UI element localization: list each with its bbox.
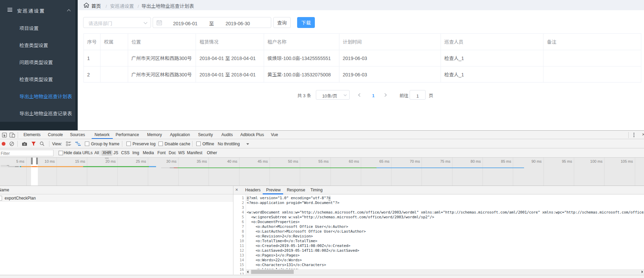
inspect-icon[interactable] (2, 133, 7, 137)
home-icon (84, 3, 89, 8)
filter-xhr[interactable]: XHR (101, 150, 112, 156)
next-page-icon[interactable] (384, 93, 387, 97)
requests-name-header[interactable]: Name (0, 186, 233, 194)
page-size-select[interactable]: 10条/页 (316, 90, 350, 100)
date-start-input[interactable]: 2019-06-01 (160, 20, 211, 27)
overview-icon[interactable] (75, 142, 81, 146)
tab-network[interactable]: Network (90, 131, 114, 139)
preserve-log-checkbox[interactable] (126, 142, 131, 146)
clear-icon[interactable] (10, 142, 14, 146)
devtools-panel: Elements Console Sources Network Perform… (0, 130, 644, 278)
table-row[interactable]: 2 广州市天河区林和西路300号 2018-04-01 至 2018-04-01… (84, 67, 641, 83)
hide-data-urls-checkbox[interactable] (59, 151, 63, 155)
devtools-menu-icon[interactable] (633, 133, 634, 137)
filter-manifest[interactable]: Manifest (187, 150, 202, 156)
tab-headers[interactable]: Headers (245, 188, 261, 192)
waterfall-segment (170, 167, 174, 169)
devtools-close-icon[interactable]: × (642, 131, 644, 137)
tab-audits[interactable]: Audits (217, 131, 237, 139)
page-number[interactable]: 1 (372, 92, 374, 99)
tab-vue[interactable]: Vue (268, 131, 281, 139)
plan-table: 序号 权属 位置 租赁情况 租户名称 计划时间 巡查人员 备注 1 广州市天河区… (83, 33, 641, 83)
prev-page-icon[interactable] (358, 93, 361, 97)
network-toolbar: View: Group by frame Preserve log Disabl… (0, 139, 644, 148)
screenshot-icon[interactable] (22, 142, 27, 146)
line-number: 5 (233, 215, 244, 220)
tab-preview[interactable]: Preview (266, 188, 281, 192)
breadcrumb-home[interactable]: 首页 (91, 2, 101, 9)
filter-input[interactable]: Filter (0, 150, 53, 156)
timeline-gridline (482, 158, 483, 186)
waterfall-segment (1, 165, 7, 166)
filter-ws[interactable]: WS (178, 150, 185, 156)
department-select[interactable]: 请选择部门 (83, 17, 151, 28)
timeline-gridline (331, 158, 331, 186)
offline-label: Offline (202, 142, 214, 146)
list-view-icon[interactable] (66, 142, 71, 146)
scroll-left-icon[interactable] (247, 270, 248, 273)
tab-performance[interactable]: Performance (113, 131, 141, 139)
group-by-frame-checkbox[interactable] (85, 142, 89, 146)
filter-all[interactable]: All (94, 150, 99, 156)
date-end-input[interactable]: 2019-06-30 (212, 20, 263, 27)
horizontal-scrollbar[interactable] (246, 269, 644, 275)
timeline-tick-label: 30 ms (151, 159, 177, 163)
sidebar-item-problem-type-settings[interactable]: 问题项类型设置 (19, 59, 75, 65)
date-range-picker[interactable]: 2019-06-01 至 2019-06-30 (153, 17, 271, 28)
scrollbar-thumb[interactable] (251, 270, 294, 274)
tab-label: Sources (70, 132, 85, 137)
sidebar-item-project-settings[interactable]: 项目设置 (19, 25, 75, 31)
tab-label: Vue (271, 132, 278, 137)
download-button[interactable]: 下载 (297, 17, 315, 28)
offline-checkbox[interactable] (196, 142, 201, 146)
filter-css[interactable]: CSS (121, 150, 130, 156)
tab-elements[interactable]: Elements (20, 131, 44, 139)
requests-name-label: Name (0, 188, 9, 192)
filter-other[interactable]: Other (207, 150, 217, 156)
tab-response[interactable]: Response (287, 188, 305, 192)
table-cell: 2018-04-01 至 2018-04-01 (196, 67, 264, 83)
line-number: 6 (233, 220, 244, 224)
disable-cache-checkbox[interactable] (158, 142, 163, 146)
network-overview[interactable]: 5 ms10 ms15 ms20 ms25 ms30 ms35 ms40 ms4… (0, 158, 644, 186)
screen: 安巡通设置 项目设置 检查类型设置 问题项类型设置 检查项类型设置 导出土地物业… (0, 0, 644, 278)
tab-console[interactable]: Console (44, 131, 67, 139)
sidebar-item-check-type-settings[interactable]: 检查类型设置 (19, 42, 75, 48)
sidebar-item-export-plan[interactable]: 导出土地物业巡查计划表 (19, 93, 75, 100)
selection-handle-right[interactable] (36, 158, 38, 164)
tab-security[interactable]: Security (194, 131, 217, 139)
tab-application[interactable]: Application (166, 131, 194, 139)
tab-timing[interactable]: Timing (310, 188, 323, 192)
breadcrumb-section[interactable]: 安巡通设置 (110, 2, 134, 9)
pagination: 共 3 条 10条/页 1 前往 1 页 (78, 90, 644, 100)
filter-js[interactable]: JS (113, 150, 118, 156)
goto-page-input[interactable]: 1 (410, 90, 425, 100)
pagination-goto-label: 前往 (400, 92, 409, 99)
pagination-unit-label: 页 (429, 92, 433, 99)
overview-selection-window[interactable] (31, 158, 38, 186)
scroll-right-icon[interactable] (642, 270, 643, 273)
request-row[interactable]: exportCheckPlan (0, 195, 233, 202)
filter-font[interactable]: Font (157, 150, 166, 156)
waterfall-segment (149, 166, 156, 167)
device-toolbar-icon[interactable] (10, 133, 15, 137)
sidebar-item-export-record[interactable]: 导出土地物业巡查记录表 (19, 110, 75, 117)
sidebar-item-check-item-type-settings[interactable]: 检查项类型设置 (19, 76, 75, 83)
sidebar-root-item[interactable]: 安巡通设置 (0, 0, 75, 19)
selection-handle-left[interactable] (31, 158, 33, 164)
tab-sources[interactable]: Sources (66, 131, 89, 139)
search-icon[interactable] (40, 142, 44, 146)
filter-doc[interactable]: Doc (169, 150, 176, 156)
tab-adblock-plus[interactable]: Adblock Plus (236, 131, 268, 139)
close-detail-icon[interactable]: × (235, 187, 238, 192)
throttling-select[interactable]: No throttling (218, 142, 240, 146)
timeline-tick-label: 90 ms (516, 159, 542, 163)
preview-code[interactable]: 1<?xml version="1.0" encoding="utf-8"?>2… (233, 195, 644, 275)
tab-memory[interactable]: Memory (143, 131, 166, 139)
filter-media[interactable]: Media (143, 150, 154, 156)
filter-icon[interactable] (31, 142, 36, 146)
table-row[interactable]: 1 广州市天河区林和西路300号 2018-04-01 至 2018-04-01… (84, 50, 641, 67)
query-button[interactable]: 查询 (273, 17, 291, 28)
record-icon[interactable] (2, 142, 5, 146)
filter-img[interactable]: Img (133, 150, 139, 156)
